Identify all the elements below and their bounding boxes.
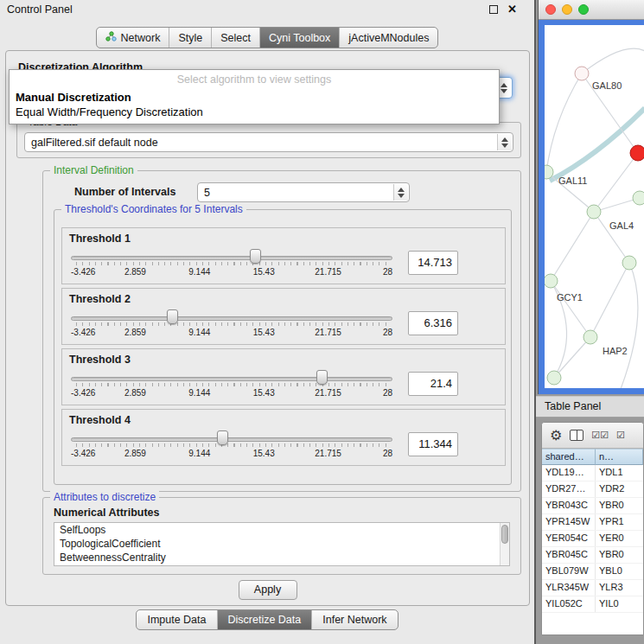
float-window-icon[interactable] xyxy=(489,5,498,14)
threshold-1-value[interactable]: 14.713 xyxy=(408,251,458,275)
slider-thumb[interactable] xyxy=(167,309,178,324)
table-row[interactable]: YDR27…YDR2 xyxy=(542,481,643,498)
cell-name[interactable]: YBL0 xyxy=(596,564,643,579)
network-node[interactable] xyxy=(633,191,644,206)
attributes-scrollbar[interactable] xyxy=(500,523,509,565)
cell-name[interactable]: YER0 xyxy=(596,531,643,546)
cell-name[interactable]: YBR0 xyxy=(596,547,643,563)
cell-shared-name[interactable]: YPR145W xyxy=(542,514,596,530)
slider-thumb[interactable] xyxy=(217,430,228,445)
network-node[interactable] xyxy=(547,371,562,386)
attribute-item-betweennesscentrality[interactable]: BetweennessCentrality xyxy=(54,551,509,564)
threshold-3-value[interactable]: 21.4 xyxy=(408,372,458,396)
combobox-stepper-icon[interactable] xyxy=(393,184,408,201)
table-row[interactable]: YBR045CYBR0 xyxy=(542,547,643,564)
slider-tick-label: 2.859 xyxy=(124,267,146,277)
tab-network[interactable]: Network xyxy=(97,28,169,48)
table-row[interactable]: YBR043CYBR0 xyxy=(542,498,643,514)
attribute-item-selfloops[interactable]: SelfLoops xyxy=(54,523,509,537)
threshold-2-value[interactable]: 6.316 xyxy=(408,311,458,335)
select-rows-icon[interactable]: ☑☑ xyxy=(591,430,609,441)
table-header-row: shared… n… xyxy=(542,449,643,465)
cell-name[interactable]: YPR1 xyxy=(596,514,643,530)
slider-track[interactable] xyxy=(71,437,392,442)
column-chooser-icon[interactable] xyxy=(570,430,583,441)
slider-track[interactable] xyxy=(71,256,392,260)
algorithm-dropdown-options: Manual DiscretizationEqual Width/Frequen… xyxy=(10,90,499,119)
table-toolbar: ⚙ ☑☑ ☑ xyxy=(542,423,643,449)
minimize-window-icon[interactable] xyxy=(562,4,572,15)
slider-tick-label: 21.715 xyxy=(315,328,341,337)
table-row[interactable]: YLR345WYLR3 xyxy=(542,580,643,596)
cell-shared-name[interactable]: YBR043C xyxy=(542,498,596,513)
threshold-4-value[interactable]: 11.344 xyxy=(408,432,458,456)
network-node[interactable] xyxy=(622,256,637,271)
network-node[interactable] xyxy=(575,67,590,81)
attribute-item-topologicalcoefficient[interactable]: TopologicalCoefficient xyxy=(54,537,509,551)
bottom-tabs: Impute DataDiscretize DataInfer Network xyxy=(136,609,398,630)
tab-infer-network[interactable]: Infer Network xyxy=(311,610,397,629)
slider-tick-label: -3.426 xyxy=(71,267,95,277)
node-label-hap2: HAP2 xyxy=(603,346,628,356)
cell-name[interactable]: YBR0 xyxy=(596,498,643,513)
slider-tick-label: -3.426 xyxy=(71,328,95,337)
cell-shared-name[interactable]: YIL052C xyxy=(542,596,596,612)
column-header-shared-name[interactable]: shared… xyxy=(542,449,596,465)
threshold-4-slider[interactable]: -3.4262.8599.14415.4321.71528 xyxy=(71,428,392,464)
scrollbar-thumb[interactable] xyxy=(501,525,508,544)
control-panel-tabs: NetworkStyleSelectCyni ToolboxjActiveMNo… xyxy=(96,27,439,48)
slider-ticks xyxy=(76,443,387,447)
select-column-icon[interactable]: ☑ xyxy=(616,430,625,441)
tab-discretize-data[interactable]: Discretize Data xyxy=(217,610,312,629)
cell-name[interactable]: YDR2 xyxy=(596,481,643,497)
close-window-icon[interactable] xyxy=(545,4,556,15)
threshold-1-slider[interactable]: -3.4262.8599.14415.4321.71528 xyxy=(71,246,392,283)
dropdown-option-manual-discretization[interactable]: Manual Discretization xyxy=(10,90,499,105)
table-data-combobox[interactable]: galFiltered.sif default node xyxy=(24,132,513,152)
cell-shared-name[interactable]: YER054C xyxy=(542,531,596,546)
tab-impute-data[interactable]: Impute Data xyxy=(137,610,216,629)
network-node[interactable] xyxy=(583,330,598,345)
network-node[interactable] xyxy=(587,205,602,220)
cell-name[interactable]: YIL0 xyxy=(596,596,643,612)
cell-name[interactable]: YDL1 xyxy=(596,465,643,481)
slider-thumb[interactable] xyxy=(250,249,261,264)
numerical-attributes-list[interactable]: SelfLoopsTopologicalCoefficientBetweenne… xyxy=(54,522,510,566)
table-row[interactable]: YER054CYER0 xyxy=(542,531,643,547)
control-panel-title: Control Panel xyxy=(7,3,73,16)
table-row[interactable]: YBL079WYBL0 xyxy=(542,564,643,580)
threshold-3-slider[interactable]: -3.4262.8599.14415.4321.71528 xyxy=(71,367,392,404)
threshold-2-slider[interactable]: -3.4262.8599.14415.4321.71528 xyxy=(71,307,392,343)
combobox-stepper-icon[interactable] xyxy=(497,134,512,150)
tab-jactivemnodules[interactable]: jActiveMNodules xyxy=(339,28,437,48)
number-of-intervals-combobox[interactable]: 5 xyxy=(197,182,410,202)
slider-tick-label: 9.144 xyxy=(188,388,210,398)
cell-name[interactable]: YLR3 xyxy=(596,580,643,596)
table-row[interactable]: YPR145WYPR1 xyxy=(542,514,643,531)
column-header-name[interactable]: n… xyxy=(596,449,643,465)
network-node[interactable] xyxy=(630,145,644,162)
close-panel-icon[interactable]: ✕ xyxy=(507,3,517,16)
zoom-window-icon[interactable] xyxy=(578,4,589,15)
network-window-titlebar xyxy=(539,0,644,20)
slider-track[interactable] xyxy=(71,377,392,381)
slider-thumb[interactable] xyxy=(316,370,328,385)
cell-shared-name[interactable]: YDR27… xyxy=(542,481,596,497)
tab-cyni-toolbox[interactable]: Cyni Toolbox xyxy=(259,28,339,48)
table-row[interactable]: YDL19…YDL1 xyxy=(542,465,643,481)
settings-gear-icon[interactable]: ⚙ xyxy=(550,429,562,443)
cell-shared-name[interactable]: YBR045C xyxy=(542,547,596,563)
tab-style[interactable]: Style xyxy=(169,28,211,48)
table-row[interactable]: YIL052CYIL0 xyxy=(542,596,643,613)
interval-definition-title: Interval Definition xyxy=(50,164,137,176)
slider-track[interactable] xyxy=(71,316,392,321)
cell-shared-name[interactable]: YBL079W xyxy=(542,564,596,579)
threshold-2-block: Threshold 2 -3.4262.8599.14415.4321.7152… xyxy=(61,288,506,345)
tab-select[interactable]: Select xyxy=(211,28,259,48)
table-data-group: Table Data galFiltered.sif default node xyxy=(16,122,521,158)
apply-button[interactable]: Apply xyxy=(239,580,297,600)
network-canvas[interactable]: GAL80GAL11GAL4GCY1HAP2 xyxy=(545,25,644,388)
cell-shared-name[interactable]: YLR345W xyxy=(542,580,596,596)
dropdown-option-equal-width-frequency-discretization[interactable]: Equal Width/Frequency Discretization xyxy=(10,105,499,119)
cell-shared-name[interactable]: YDL19… xyxy=(542,465,596,481)
